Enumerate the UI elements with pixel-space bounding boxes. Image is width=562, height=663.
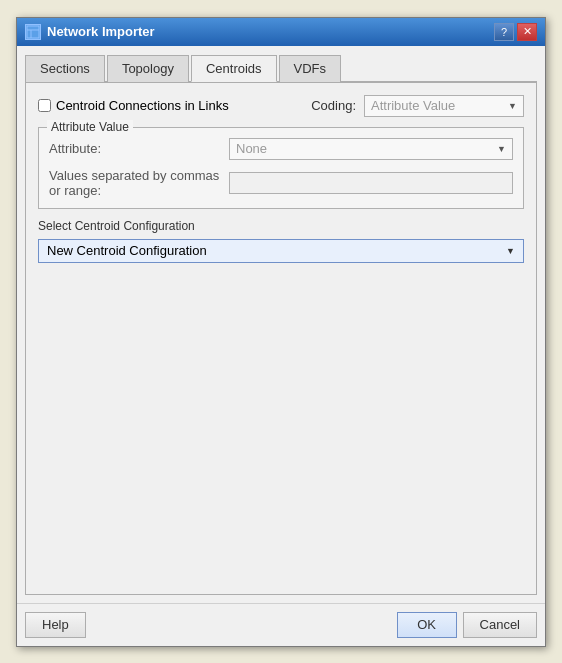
select-centroid-section: Select Centroid Configuration New Centro… (38, 219, 524, 263)
content-spacer (38, 273, 524, 582)
attribute-value-group: Attribute Value Attribute: None ▼ Values… (38, 127, 524, 209)
select-centroid-label: Select Centroid Configuration (38, 219, 524, 233)
centroid-config-dropdown[interactable]: New Centroid Configuration ▼ (38, 239, 524, 263)
help-title-button[interactable]: ? (494, 23, 514, 41)
coding-section: Coding: Attribute Value ▼ (311, 95, 524, 117)
tab-vdfs[interactable]: VDFs (279, 55, 342, 82)
values-row: Values separated by commas or range: (49, 168, 513, 198)
coding-value: Attribute Value (371, 98, 455, 113)
centroid-config-dropdown-arrow: ▼ (506, 246, 515, 256)
coding-dropdown-arrow: ▼ (508, 101, 517, 111)
centroid-connections-checkbox[interactable] (38, 99, 51, 112)
ok-button[interactable]: OK (397, 612, 457, 638)
window-title: Network Importer (47, 24, 155, 39)
attribute-value-group-title: Attribute Value (47, 120, 133, 134)
values-input[interactable] (229, 172, 513, 194)
svg-rect-0 (27, 26, 39, 38)
attribute-row: Attribute: None ▼ (49, 138, 513, 160)
footer-right-buttons: OK Cancel (397, 612, 537, 638)
tab-topology[interactable]: Topology (107, 55, 189, 82)
attribute-dropdown-arrow: ▼ (497, 144, 506, 154)
title-bar-buttons: ? ✕ (494, 23, 537, 41)
centroid-config-value: New Centroid Configuration (47, 243, 207, 258)
attribute-value: None (236, 141, 267, 156)
main-window: Network Importer ? ✕ Sections Topology C… (16, 17, 546, 647)
tab-content-centroids: Centroid Connections in Links Coding: At… (25, 82, 537, 595)
values-label: Values separated by commas or range: (49, 168, 229, 198)
window-icon (25, 24, 41, 40)
tab-centroids[interactable]: Centroids (191, 55, 277, 82)
window-content: Sections Topology Centroids VDFs Centroi… (17, 46, 545, 603)
centroid-connections-checkbox-label[interactable]: Centroid Connections in Links (38, 98, 229, 113)
attribute-label: Attribute: (49, 141, 229, 156)
close-button[interactable]: ✕ (517, 23, 537, 41)
coding-dropdown[interactable]: Attribute Value ▼ (364, 95, 524, 117)
attribute-dropdown[interactable]: None ▼ (229, 138, 513, 160)
tab-sections[interactable]: Sections (25, 55, 105, 82)
centroid-connections-label: Centroid Connections in Links (56, 98, 229, 113)
help-button[interactable]: Help (25, 612, 86, 638)
title-bar-left: Network Importer (25, 24, 155, 40)
cancel-button[interactable]: Cancel (463, 612, 537, 638)
top-row: Centroid Connections in Links Coding: At… (38, 95, 524, 117)
coding-label: Coding: (311, 98, 356, 113)
footer: Help OK Cancel (17, 603, 545, 646)
tab-bar: Sections Topology Centroids VDFs (25, 54, 537, 82)
title-bar: Network Importer ? ✕ (17, 18, 545, 46)
